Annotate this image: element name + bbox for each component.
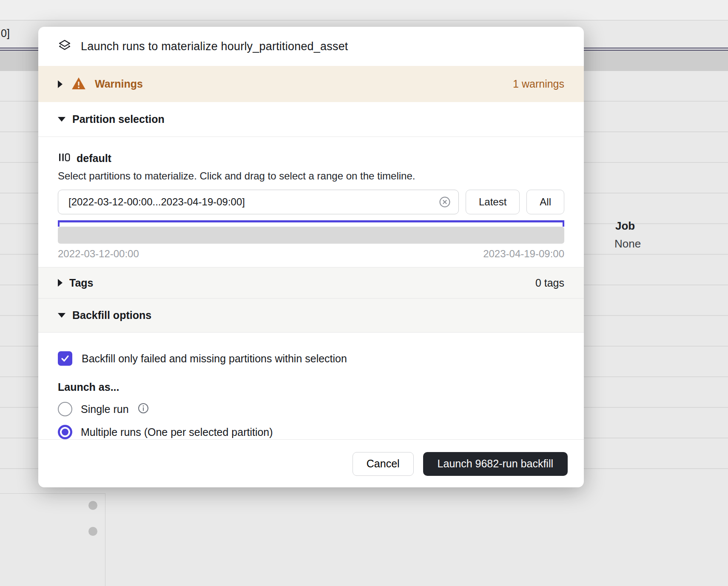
launch-runs-dialog: Launch runs to materialize hourly_partit… <box>38 27 584 487</box>
cancel-button[interactable]: Cancel <box>353 452 414 476</box>
background-status-dot <box>88 527 97 536</box>
background-divider-horizontal <box>0 493 105 494</box>
partition-selection-content: default Select partitions to materialize… <box>38 137 584 267</box>
dialog-footer: Cancel Launch 9682-run backfill <box>38 439 584 487</box>
partition-instructions: Select partitions to materialize. Click … <box>58 170 564 182</box>
warnings-section-header[interactable]: Warnings 1 warnings <box>38 66 584 102</box>
partition-range-input-wrap <box>58 190 459 214</box>
backfill-checkbox-label: Backfill only failed and missing partiti… <box>82 353 347 365</box>
background-top-bar <box>0 0 728 20</box>
warnings-count: 1 warnings <box>513 78 564 90</box>
all-button[interactable]: All <box>526 190 564 214</box>
radio-checked-icon[interactable] <box>58 425 72 439</box>
partition-range-row: Latest All <box>58 190 564 214</box>
backfill-options-label: Backfill options <box>72 309 151 321</box>
single-run-label: Single run <box>81 403 129 415</box>
timeline-selection-bracket <box>58 220 564 227</box>
tags-count: 0 tags <box>535 277 564 289</box>
clear-selection-icon[interactable] <box>438 196 451 208</box>
multiple-runs-option[interactable]: Multiple runs (One per selected partitio… <box>58 425 564 439</box>
launch-backfill-button[interactable]: Launch 9682-run backfill <box>423 452 568 476</box>
chevron-down-icon <box>58 117 65 122</box>
asset-layers-icon <box>58 39 71 54</box>
radio-unchecked-icon[interactable] <box>58 402 72 416</box>
partition-set-icon <box>58 152 71 165</box>
info-icon[interactable] <box>137 402 149 416</box>
partition-selection-header[interactable]: Partition selection <box>38 102 584 137</box>
warnings-label: Warnings <box>95 78 143 90</box>
timeline-labels: 2022-03-12-00:00 2023-04-19-09:00 <box>58 248 564 260</box>
tags-section-header[interactable]: Tags 0 tags <box>38 267 584 299</box>
backfill-options-content: Backfill only failed and missing partiti… <box>38 333 584 439</box>
background-divider-vertical <box>105 493 105 586</box>
chevron-down-icon <box>58 313 65 318</box>
backfill-options-header[interactable]: Backfill options <box>38 299 584 333</box>
launch-as-label: Launch as... <box>58 381 564 393</box>
checkbox-checked-icon[interactable] <box>58 351 72 366</box>
partition-dimension-name: default <box>77 152 111 165</box>
dialog-header: Launch runs to materialize hourly_partit… <box>38 27 584 66</box>
warning-triangle-icon <box>72 77 85 91</box>
backfill-failed-missing-row[interactable]: Backfill only failed and missing partiti… <box>58 351 564 366</box>
partition-timeline[interactable] <box>58 227 564 244</box>
tags-label: Tags <box>69 277 94 289</box>
background-job-value: None <box>614 237 641 250</box>
latest-button[interactable]: Latest <box>466 190 520 214</box>
background-partial-text: 0] <box>1 27 10 40</box>
chevron-right-icon <box>58 80 63 88</box>
background-job-label: Job <box>615 219 635 233</box>
dialog-title: Launch runs to materialize hourly_partit… <box>81 40 348 53</box>
partition-range-input[interactable] <box>58 190 459 214</box>
single-run-option[interactable]: Single run <box>58 402 564 416</box>
chevron-right-icon <box>58 279 63 287</box>
background-status-dot <box>88 501 97 510</box>
timeline-start-label: 2022-03-12-00:00 <box>58 248 139 260</box>
multiple-runs-label: Multiple runs (One per selected partitio… <box>81 426 273 438</box>
timeline-end-label: 2023-04-19-09:00 <box>483 248 564 260</box>
partition-dimension-row: default <box>58 151 564 165</box>
partition-selection-label: Partition selection <box>72 113 165 125</box>
